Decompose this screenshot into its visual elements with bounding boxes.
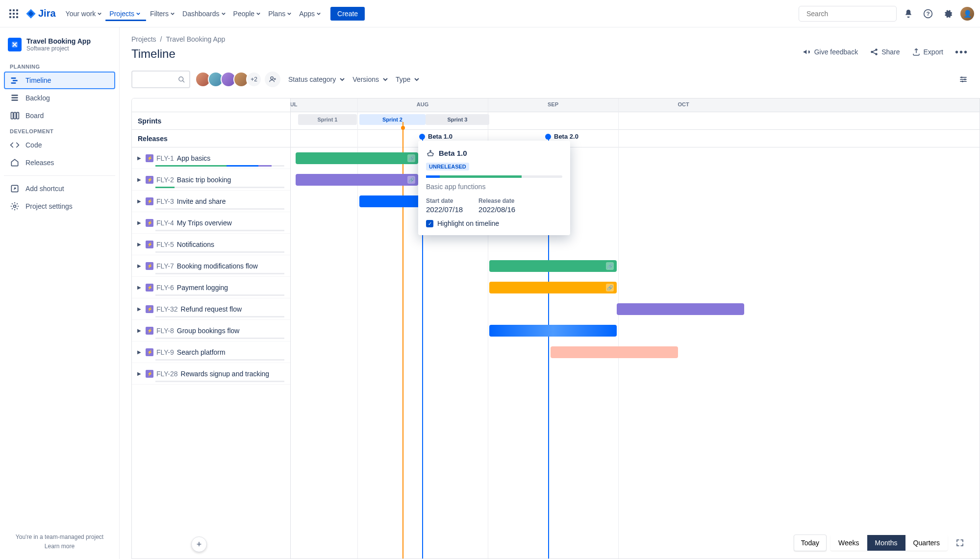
sidebar-item-releases[interactable]: Releases — [4, 154, 115, 171]
share-button[interactable]: Share — [870, 48, 900, 56]
expand-icon[interactable]: ▶ — [136, 242, 143, 247]
timeline-bar[interactable]: 🔗 — [489, 282, 617, 293]
view-settings-button[interactable] — [958, 74, 968, 84]
expand-icon[interactable]: ▶ — [136, 263, 143, 268]
jira-logo[interactable]: Jira — [25, 8, 56, 19]
link-icon[interactable]: 🔗 — [606, 284, 614, 292]
issue-key[interactable]: FLY-28 — [156, 370, 178, 378]
sidebar-item-timeline[interactable]: Timeline — [4, 72, 115, 89]
epic-row[interactable]: ▶⚡FLY-7Booking modifications flow — [132, 255, 290, 277]
expand-icon[interactable]: ▶ — [136, 349, 143, 355]
avatar-overflow[interactable]: +2 — [246, 72, 262, 87]
breadcrumb-project[interactable]: Travel Booking App — [166, 35, 225, 43]
nav-plans[interactable]: Plans — [264, 7, 295, 21]
expand-icon[interactable]: ▶ — [136, 371, 143, 376]
nav-filters[interactable]: Filters — [146, 7, 178, 21]
settings-icon[interactable] — [940, 6, 955, 22]
timeline-bar[interactable]: 🔗 — [489, 260, 617, 272]
epic-row[interactable]: ▶⚡FLY-32Refund request flow — [132, 298, 290, 320]
app-switcher-icon[interactable] — [6, 6, 22, 22]
epic-row[interactable]: ▶⚡FLY-4My Trips overview — [132, 212, 290, 234]
issue-key[interactable]: FLY-4 — [156, 219, 174, 227]
epic-row[interactable]: ▶⚡FLY-2Basic trip booking — [132, 169, 290, 191]
sidebar-item-add-shortcut[interactable]: Add shortcut — [4, 180, 115, 197]
issue-summary[interactable]: My Trips overview — [177, 219, 232, 227]
type-filter[interactable]: Type — [396, 75, 419, 83]
expand-icon[interactable]: ▶ — [136, 177, 143, 182]
export-button[interactable]: Export — [912, 48, 943, 56]
more-actions-button[interactable]: ••• — [955, 47, 968, 58]
sidebar-item-board[interactable]: Board — [4, 107, 115, 124]
expand-icon[interactable]: ▶ — [136, 328, 143, 333]
zoom-quarters[interactable]: Quarters — [905, 535, 948, 551]
nav-dashboards[interactable]: Dashboards — [178, 7, 229, 21]
sprint-pill[interactable]: Sprint 2 — [359, 114, 426, 125]
issue-summary[interactable]: App basics — [177, 154, 210, 162]
expand-icon[interactable]: ▶ — [136, 155, 143, 161]
epic-row[interactable]: ▶⚡FLY-28Rewards signup and tracking — [132, 363, 290, 385]
issue-summary[interactable]: Rewards signup and tracking — [181, 370, 270, 378]
create-button[interactable]: Create — [330, 7, 365, 21]
issue-key[interactable]: FLY-5 — [156, 241, 174, 248]
issue-key[interactable]: FLY-9 — [156, 348, 174, 356]
timeline-bar[interactable] — [489, 325, 617, 337]
issue-key[interactable]: FLY-3 — [156, 197, 174, 205]
expand-icon[interactable]: ▶ — [136, 306, 143, 312]
issue-key[interactable]: FLY-7 — [156, 262, 174, 270]
issue-summary[interactable]: Invite and share — [177, 197, 226, 205]
timeline-bar[interactable] — [617, 303, 744, 315]
issue-summary[interactable]: Booking modifications flow — [177, 262, 258, 270]
nav-projects[interactable]: Projects — [105, 7, 146, 21]
issue-summary[interactable]: Payment logging — [177, 284, 228, 292]
expand-icon[interactable]: ▶ — [136, 220, 143, 225]
release-marker[interactable]: Beta 1.0 — [419, 133, 452, 140]
issue-summary[interactable]: Refund request flow — [181, 305, 242, 313]
link-icon[interactable]: 🔗 — [407, 154, 415, 162]
timeline-search[interactable] — [131, 71, 190, 88]
zoom-weeks[interactable]: Weeks — [830, 535, 867, 551]
issue-summary[interactable]: Basic trip booking — [177, 176, 231, 184]
give-feedback-button[interactable]: Give feedback — [803, 48, 858, 56]
link-icon[interactable]: 🔗 — [606, 262, 614, 270]
epic-row[interactable]: ▶⚡FLY-3Invite and share — [132, 191, 290, 212]
sidebar-item-code[interactable]: Code — [4, 136, 115, 154]
sprint-pill[interactable]: Sprint 1 — [298, 114, 357, 125]
sidebar-item-project-settings[interactable]: Project settings — [4, 197, 115, 215]
notifications-icon[interactable] — [901, 6, 916, 22]
issue-summary[interactable]: Search platform — [177, 348, 226, 356]
timeline-bar[interactable]: 🔗 — [296, 174, 418, 186]
issue-summary[interactable]: Notifications — [177, 241, 214, 248]
issue-key[interactable]: FLY-2 — [156, 176, 174, 184]
nav-your-work[interactable]: Your work — [62, 7, 106, 21]
status-category-filter[interactable]: Status category — [288, 75, 345, 83]
issue-key[interactable]: FLY-1 — [156, 154, 174, 162]
epic-row[interactable]: ▶⚡FLY-5Notifications — [132, 234, 290, 255]
project-header[interactable]: Travel Booking App Software project — [4, 35, 115, 60]
timeline-bar[interactable] — [551, 346, 678, 358]
nav-apps[interactable]: Apps — [295, 7, 325, 21]
timeline-bar[interactable]: 🔗 — [296, 152, 418, 164]
expand-icon[interactable]: ▶ — [136, 198, 143, 204]
user-avatar[interactable]: 👤 — [960, 7, 974, 21]
issue-key[interactable]: FLY-8 — [156, 327, 174, 335]
today-button[interactable]: Today — [794, 535, 827, 551]
sprint-pill[interactable]: Sprint 3 — [426, 114, 489, 125]
issue-summary[interactable]: Group bookings flow — [177, 327, 240, 335]
highlight-checkbox[interactable]: ✓Highlight on timeline — [426, 219, 562, 227]
link-icon[interactable]: 🔗 — [407, 176, 415, 184]
zoom-months[interactable]: Months — [867, 535, 905, 551]
assignee-avatars[interactable]: +2 — [198, 72, 280, 87]
fullscreen-button[interactable] — [952, 535, 968, 551]
add-user-button[interactable] — [265, 72, 280, 87]
expand-icon[interactable]: ▶ — [136, 285, 143, 290]
release-marker[interactable]: Beta 2.0 — [545, 133, 578, 140]
sidebar-learn-more[interactable]: Learn more — [45, 543, 75, 550]
help-icon[interactable]: ? — [920, 6, 936, 22]
sidebar-item-backlog[interactable]: Backlog — [4, 89, 115, 107]
epic-row[interactable]: ▶⚡FLY-9Search platform — [132, 341, 290, 363]
versions-filter[interactable]: Versions — [352, 75, 388, 83]
timeline-bar[interactable] — [359, 195, 423, 207]
issue-key[interactable]: FLY-32 — [156, 305, 178, 313]
breadcrumb-projects[interactable]: Projects — [131, 35, 156, 43]
epic-row[interactable]: ▶⚡FLY-1App basics — [132, 147, 290, 169]
